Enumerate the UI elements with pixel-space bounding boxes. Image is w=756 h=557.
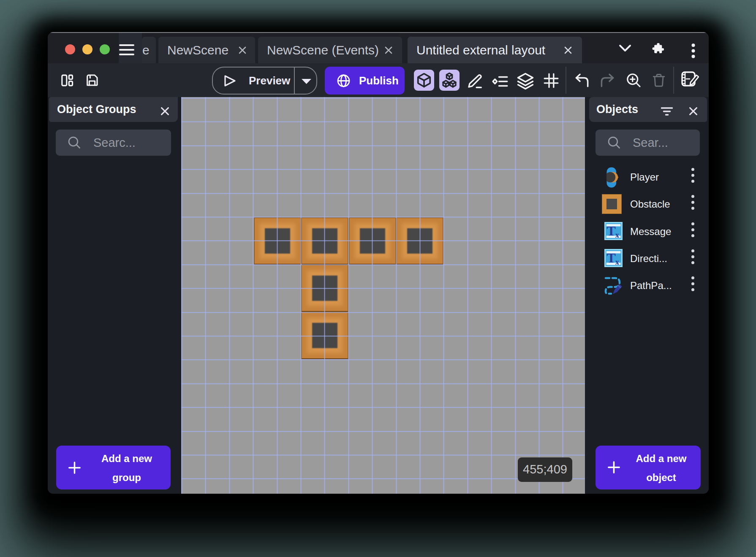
svg-text:T: T (607, 223, 616, 238)
svg-text:x: x (615, 257, 620, 266)
svg-text:x: x (615, 230, 620, 239)
svg-text:T: T (607, 250, 616, 265)
